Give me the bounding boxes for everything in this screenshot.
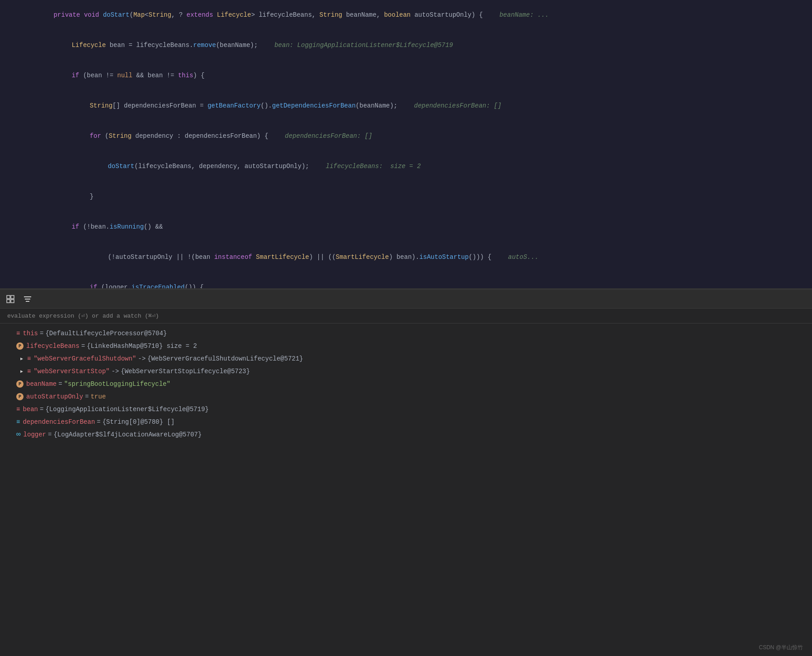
token: (!autoStartupOnly || !(bean xyxy=(108,253,214,261)
p-icon: P xyxy=(16,380,24,388)
infinity-icon: ∞ xyxy=(16,431,21,439)
var-equals: = xyxy=(81,342,85,350)
code-content-7: } xyxy=(27,183,812,211)
var-row-lifecyclebeans: P lifecycleBeans = {LinkedHashMap@5710} … xyxy=(0,340,812,352)
debug-toolbar xyxy=(0,290,812,309)
var-value: {LogAdapter$Slf4jLocationAwareLog@5707} xyxy=(53,431,202,438)
code-line-1: private void doStart(Map<String, ? exten… xyxy=(0,0,812,30)
code-content-8: if (!bean.isRunning() && xyxy=(27,213,812,241)
var-value: {LoggingApplicationListener$Lifecycle@57… xyxy=(45,406,208,413)
var-value: true xyxy=(90,393,106,400)
var-row-webserverstartstop: ▶ ≡ "webServerStartStop" -> {WebServerSt… xyxy=(0,365,812,378)
token: if xyxy=(71,223,83,230)
code-line-7: } xyxy=(0,182,812,212)
expand-placeholder xyxy=(7,418,14,426)
token: ) bean). xyxy=(389,253,419,261)
token: ) || (( xyxy=(309,253,336,261)
token: boolean xyxy=(384,11,411,19)
var-value: "springBootLoggingLifecycle" xyxy=(64,380,170,388)
svg-rect-4 xyxy=(24,296,31,297)
token: (). xyxy=(261,102,272,109)
token: String xyxy=(149,11,171,19)
var-equals: = xyxy=(97,418,100,426)
var-key: "webServerGracefulShutdown" xyxy=(33,355,136,362)
watermark: CSDN @半山惊竹 xyxy=(759,644,803,651)
token: doStart xyxy=(103,11,130,19)
code-line-9: (!autoStartupOnly || !(bean instanceof S… xyxy=(0,242,812,272)
var-key: logger xyxy=(24,431,46,438)
token: String xyxy=(90,102,112,109)
expand-arrow-icon-2[interactable]: ▶ xyxy=(18,368,25,375)
token: String xyxy=(320,11,342,19)
code-content-1: private void doStart(Map<String, ? exten… xyxy=(27,1,812,29)
svg-rect-1 xyxy=(11,295,14,299)
var-equals: = xyxy=(48,431,52,438)
token: beanName, xyxy=(342,11,384,19)
list-icon: ≡ xyxy=(27,355,31,362)
expand-placeholder xyxy=(7,330,14,337)
token: void xyxy=(84,11,103,19)
var-key: "webServerStartStop" xyxy=(33,368,109,375)
token: ()) { xyxy=(184,284,203,289)
token: , ? xyxy=(171,11,187,19)
var-value: {WebServerStartStopLifecycle@5723} xyxy=(121,368,250,375)
code-content-6: doStart(lifecycleBeans, dependency, auto… xyxy=(27,152,812,181)
code-content-5: for (String dependency : dependenciesFor… xyxy=(27,122,812,150)
var-value: {DefaultLifecycleProcessor@5704} xyxy=(45,330,167,337)
list-icon: ≡ xyxy=(16,418,20,426)
code-content-2: Lifecycle bean = lifecycleBeans.remove(b… xyxy=(27,31,812,60)
token: remove xyxy=(193,42,216,49)
var-key: lifecycleBeans xyxy=(26,342,80,350)
var-row-dependenciesforbean: ≡ dependenciesForBean = {String[0]@5780}… xyxy=(0,416,812,428)
debug-hint: evaluate expression (⏎) or add a watch (… xyxy=(0,309,812,323)
token: null xyxy=(117,72,132,79)
token: SmartLifecycle xyxy=(256,253,309,261)
var-equals: = xyxy=(58,380,62,388)
var-equals: -> xyxy=(138,355,146,362)
var-row-autostartuponly: P autoStartupOnly = true xyxy=(0,390,812,403)
inline-comment: beanName: ... xyxy=(492,11,549,19)
code-editor: private void doStart(Map<String, ? exten… xyxy=(0,0,812,289)
svg-rect-6 xyxy=(26,301,29,302)
token: (beanName); xyxy=(356,102,397,109)
filter-icon[interactable] xyxy=(23,294,33,304)
inline-comment: lifecycleBeans: size = 2 xyxy=(318,163,421,170)
var-row-bean: ≡ bean = {LoggingApplicationListener$Lif… xyxy=(0,403,812,416)
var-equals: = xyxy=(40,406,43,413)
token: bean = lifecycleBeans. xyxy=(106,42,193,49)
token: ) { xyxy=(193,72,204,79)
code-line-3: if (bean != null && bean != this) { xyxy=(0,61,812,91)
expand-placeholder xyxy=(7,342,14,350)
token: ( xyxy=(129,11,133,19)
token: extends xyxy=(187,11,217,19)
var-equals: = xyxy=(85,393,89,400)
token: Lifecycle xyxy=(71,42,106,49)
token: instanceof xyxy=(214,253,256,261)
list-icon: ≡ xyxy=(16,330,20,337)
debug-panel: evaluate expression (⏎) or add a watch (… xyxy=(0,289,812,656)
table-view-icon[interactable] xyxy=(5,294,15,304)
var-row-logger: ∞ logger = {LogAdapter$Slf4jLocationAwar… xyxy=(0,428,812,441)
token: (logger. xyxy=(101,284,132,289)
p-icon: P xyxy=(16,342,24,350)
token: for xyxy=(90,132,105,140)
token: (!bean. xyxy=(83,223,110,230)
svg-rect-0 xyxy=(7,295,10,299)
code-line-6: doStart(lifecycleBeans, dependency, auto… xyxy=(0,151,812,182)
svg-rect-5 xyxy=(25,299,30,300)
token: < xyxy=(145,11,148,19)
var-value: {String[0]@5780} [] xyxy=(102,418,175,426)
var-key: bean xyxy=(23,406,38,413)
code-content-9: (!autoStartupOnly || !(bean instanceof S… xyxy=(27,243,812,272)
inline-comment: autoS... xyxy=(500,253,538,261)
var-key: beanName xyxy=(26,380,57,388)
expand-arrow-icon[interactable]: ▶ xyxy=(18,355,25,362)
token: if xyxy=(71,72,83,79)
code-line-8: if (!bean.isRunning() && xyxy=(0,212,812,242)
token: Map xyxy=(133,11,145,19)
var-key: this xyxy=(23,330,38,337)
svg-rect-3 xyxy=(11,300,14,303)
token: (lifecycleBeans, dependency, autoStartup… xyxy=(134,163,309,170)
token: Lifecycle xyxy=(217,11,251,19)
code-line-2: Lifecycle bean = lifecycleBeans.remove(b… xyxy=(0,30,812,61)
